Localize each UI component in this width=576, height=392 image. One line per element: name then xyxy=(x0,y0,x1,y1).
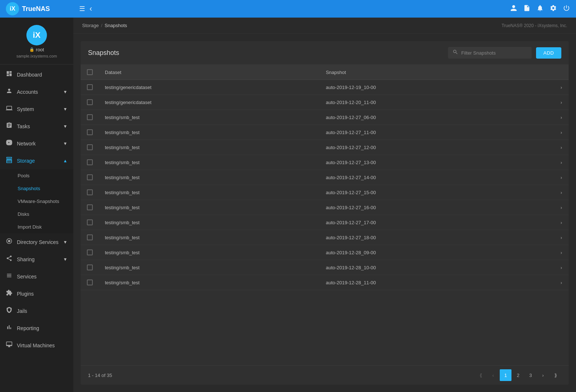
breadcrumb-storage[interactable]: Storage xyxy=(82,23,99,28)
sidebar-item-dashboard[interactable]: Dashboard xyxy=(0,66,73,83)
sidebar-item-vmware-snapshots[interactable]: VMware-Snapshots xyxy=(0,195,73,208)
sidebar-item-snapshots[interactable]: Snapshots xyxy=(0,182,73,195)
row-expand-button[interactable]: › xyxy=(554,200,569,215)
sidebar-item-label: Accounts xyxy=(17,89,59,95)
row-checkbox-cell xyxy=(81,275,99,290)
row-checkbox[interactable] xyxy=(87,189,93,195)
row-expand-button[interactable]: › xyxy=(554,95,569,110)
sidebar-item-label: Jails xyxy=(17,308,67,314)
bell-icon[interactable] xyxy=(536,4,544,14)
row-expand-button[interactable]: › xyxy=(554,260,569,275)
table-row: testing/smb_test auto-2019-12-27_17-00 › xyxy=(81,215,569,230)
row-checkbox-cell xyxy=(81,170,99,185)
table-row: testing/smb_test auto-2019-12-27_16-00 › xyxy=(81,200,569,215)
sidebar-item-system[interactable]: System ▼ xyxy=(0,100,73,118)
sidebar-item-pools[interactable]: Pools xyxy=(0,169,73,182)
add-button[interactable]: ADD xyxy=(536,47,561,59)
row-checkbox[interactable] xyxy=(87,114,93,120)
pagination-bar: 1 - 14 of 35 ⟪ ‹ 1 2 3 › ⟫ xyxy=(81,365,569,385)
sharing-icon xyxy=(6,255,12,263)
back-icon[interactable]: ‹ xyxy=(89,4,92,14)
row-checkbox[interactable] xyxy=(87,249,93,255)
row-expand-button[interactable]: › xyxy=(554,170,569,185)
sidebar-item-network[interactable]: Network ▼ xyxy=(0,135,73,152)
topbar: iX TrueNAS ☰ ‹ xyxy=(0,0,576,18)
row-dataset: testing/smb_test xyxy=(99,230,320,245)
row-checkbox[interactable] xyxy=(87,204,93,210)
row-checkbox[interactable] xyxy=(87,234,93,240)
topbar-left: ☰ ‹ xyxy=(79,4,92,14)
sidebar-item-plugins[interactable]: Plugins xyxy=(0,285,73,302)
row-snapshot: auto-2019-12-27_16-00 xyxy=(320,200,554,215)
row-dataset: testing/smb_test xyxy=(99,215,320,230)
plugins-icon xyxy=(6,289,12,298)
row-checkbox[interactable] xyxy=(87,219,93,225)
menu-icon[interactable]: ☰ xyxy=(79,5,85,13)
row-expand-button[interactable]: › xyxy=(554,155,569,170)
row-dataset: testing/smb_test xyxy=(99,110,320,125)
row-checkbox[interactable] xyxy=(87,174,93,180)
last-page-button[interactable]: ⟫ xyxy=(550,369,561,381)
row-expand-button[interactable]: › xyxy=(554,110,569,125)
panel-title: Snapshots xyxy=(88,49,448,57)
row-snapshot: auto-2019-12-19_10-00 xyxy=(320,80,554,95)
tasks-icon[interactable] xyxy=(523,4,531,14)
row-expand-button[interactable]: › xyxy=(554,125,569,140)
chevron-icon: ▼ xyxy=(63,141,67,146)
sidebar-item-accounts[interactable]: Accounts ▼ xyxy=(0,83,73,100)
row-dataset: testing/smb_test xyxy=(99,245,320,260)
sidebar-item-reporting[interactable]: Reporting xyxy=(0,319,73,337)
sidebar-item-directory-services[interactable]: Directory Services ▼ xyxy=(0,233,73,251)
row-checkbox[interactable] xyxy=(87,159,93,165)
row-checkbox[interactable] xyxy=(87,84,93,90)
sidebar-item-sharing[interactable]: Sharing ▼ xyxy=(0,251,73,268)
logo-text: TrueNAS xyxy=(22,5,50,13)
sidebar-item-tasks[interactable]: Tasks ▼ xyxy=(0,118,73,135)
row-checkbox[interactable] xyxy=(87,280,93,285)
row-dataset: testing/smb_test xyxy=(99,140,320,155)
first-page-button[interactable]: ⟪ xyxy=(475,369,487,381)
settings-icon[interactable] xyxy=(550,4,557,14)
row-expand-button[interactable]: › xyxy=(554,245,569,260)
services-icon xyxy=(6,272,12,281)
main-layout: iX 🔒 root sample.ixsystems.com Dashboard… xyxy=(0,18,576,392)
topbar-icons xyxy=(510,4,570,14)
row-checkbox[interactable] xyxy=(87,265,93,270)
row-checkbox[interactable] xyxy=(87,144,93,150)
row-checkbox[interactable] xyxy=(87,99,93,105)
next-page-button[interactable]: › xyxy=(537,369,549,381)
row-expand-button[interactable]: › xyxy=(554,140,569,155)
table-row: testing/smb_test auto-2019-12-27_14-00 › xyxy=(81,170,569,185)
page-2-button[interactable]: 2 xyxy=(512,369,524,381)
vm-icon xyxy=(6,341,12,350)
snapshots-panel: Snapshots ADD xyxy=(81,41,569,385)
sidebar-item-disks[interactable]: Disks xyxy=(0,208,73,221)
user-icon[interactable] xyxy=(510,4,517,14)
copyright-text: TrueNAS® 2020 - iXsystems, Inc. xyxy=(502,23,567,28)
sidebar-item-services[interactable]: Services xyxy=(0,268,73,285)
power-icon[interactable] xyxy=(563,4,570,14)
row-snapshot: auto-2019-12-27_13-00 xyxy=(320,155,554,170)
pagination-controls: ⟪ ‹ 1 2 3 › ⟫ xyxy=(475,369,561,381)
search-input[interactable] xyxy=(461,50,527,56)
row-expand-button[interactable]: › xyxy=(554,185,569,200)
sidebar-item-storage[interactable]: Storage ▲ xyxy=(0,152,73,169)
row-dataset: testing/genericdataset xyxy=(99,95,320,110)
row-snapshot: auto-2019-12-27_11-00 xyxy=(320,125,554,140)
page-1-button[interactable]: 1 xyxy=(500,369,511,381)
network-icon xyxy=(6,139,12,148)
row-expand-button[interactable]: › xyxy=(554,80,569,95)
table-row: testing/smb_test auto-2019-12-27_12-00 › xyxy=(81,140,569,155)
page-3-button[interactable]: 3 xyxy=(525,369,536,381)
row-expand-button[interactable]: › xyxy=(554,230,569,245)
sidebar-item-jails[interactable]: Jails xyxy=(0,302,73,319)
prev-page-button[interactable]: ‹ xyxy=(487,369,499,381)
row-dataset: testing/smb_test xyxy=(99,200,320,215)
row-expand-button[interactable]: › xyxy=(554,215,569,230)
sidebar-item-virtual-machines[interactable]: Virtual Machines xyxy=(0,337,73,354)
sidebar-item-label: Dashboard xyxy=(17,72,67,78)
row-expand-button[interactable]: › xyxy=(554,275,569,290)
row-checkbox[interactable] xyxy=(87,129,93,135)
sidebar-item-import-disk[interactable]: Import Disk xyxy=(0,221,73,233)
select-all-checkbox[interactable] xyxy=(87,69,93,75)
